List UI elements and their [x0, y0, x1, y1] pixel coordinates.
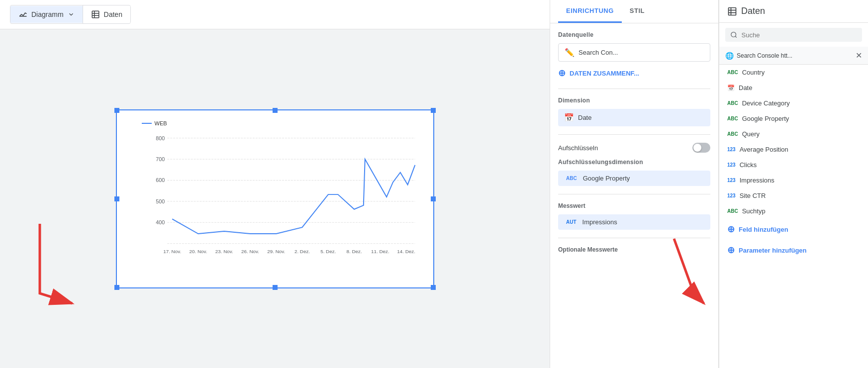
svg-text:17. Nov.: 17. Nov. — [163, 249, 181, 254]
svg-line-33 — [735, 36, 737, 38]
line-chart-svg: 800 700 600 500 400 17. Nov. 20. Nov. 23 — [142, 128, 428, 271]
datasource-tag-inner: 🌐 Search Console htt... — [725, 52, 792, 60]
calendar-icon: 📅 — [564, 113, 574, 122]
divider-3 — [558, 194, 710, 194]
abc-badge-breakdown: ABC — [564, 175, 579, 182]
chart-area: WEB 800 700 — [0, 29, 550, 368]
dimension-chip[interactable]: 📅 Date — [558, 109, 710, 126]
view-tabs: Diagramm Daten — [10, 5, 131, 24]
search-icon — [730, 31, 738, 39]
field-item-clicks[interactable]: 123 Clicks — [719, 157, 868, 173]
field-label-avg-position: Average Position — [740, 146, 788, 153]
config-panel: EINRICHTUNG STIL Datenquelle ✏️ Search C… — [550, 0, 719, 368]
add-plus-icon: ⊕ — [558, 68, 566, 79]
messwert-chip[interactable]: AUT Impressions — [558, 214, 710, 230]
field-label-date: Date — [739, 84, 752, 92]
svg-text:600: 600 — [156, 177, 165, 183]
field-type-clicks: 123 — [727, 162, 736, 168]
close-datasource-icon[interactable]: ✕ — [856, 51, 862, 60]
config-tabs-header: EINRICHTUNG STIL — [550, 0, 718, 23]
field-item-impressions[interactable]: 123 Impressions — [719, 173, 868, 188]
field-item-avg-position[interactable]: 123 Average Position — [719, 142, 868, 157]
svg-text:29. Nov.: 29. Nov. — [267, 249, 285, 254]
right-section: EINRICHTUNG STIL Datenquelle ✏️ Search C… — [550, 0, 868, 368]
app-container: Diagramm Daten — [0, 0, 868, 368]
field-label-suchtyp: Suchtyp — [742, 207, 766, 215]
field-type-google-property: ABC — [727, 116, 738, 121]
svg-rect-1 — [92, 11, 99, 18]
stil-label: STIL — [630, 7, 645, 14]
table-header-icon — [727, 6, 737, 16]
tab-einrichtung[interactable]: EINRICHTUNG — [558, 0, 622, 23]
fields-panel: Daten 🌐 Search Console htt... ✕ — [719, 0, 868, 368]
einrichtung-label: EINRICHTUNG — [566, 7, 614, 14]
divider-2 — [558, 134, 710, 135]
chevron-down-icon — [68, 11, 75, 18]
svg-rect-28 — [729, 7, 736, 15]
datenquelle-label: Datenquelle — [558, 31, 710, 38]
top-view-bar: Diagramm Daten — [0, 0, 550, 29]
add-data-label: DATEN ZUSAMMENF... — [570, 70, 639, 77]
edit-icon: ✏️ — [565, 48, 575, 57]
svg-text:800: 800 — [156, 135, 165, 141]
data-source-row[interactable]: ✏️ Search Con... — [558, 43, 710, 62]
fields-panel-title: Daten — [741, 6, 765, 16]
daten-tab-label: Daten — [104, 10, 122, 18]
chart-container[interactable]: WEB 800 700 — [116, 109, 434, 288]
aufschlusselungsdimension-label: Aufschlüsselungsdimension — [558, 159, 710, 166]
field-label-site-ctr: Site CTR — [740, 192, 766, 199]
datasource-label: Search Console htt... — [737, 52, 792, 59]
tab-daten[interactable]: Daten — [83, 6, 130, 23]
field-item-site-ctr[interactable]: 123 Site CTR — [719, 188, 868, 203]
add-field-label: Feld hinzufügen — [739, 226, 788, 233]
field-type-device-category: ABC — [727, 100, 738, 106]
datasource-tag: 🌐 Search Console htt... ✕ — [719, 47, 868, 65]
tab-diagramm[interactable]: Diagramm — [10, 6, 83, 23]
chart-legend: WEB — [142, 120, 428, 126]
divider-1 — [558, 89, 710, 89]
field-item-device-category[interactable]: ABC Device Category — [719, 95, 868, 111]
add-data-row[interactable]: ⊕ DATEN ZUSAMMENF... — [558, 66, 710, 81]
toggle-row: Aufschlüsseln — [558, 143, 710, 153]
svg-text:500: 500 — [156, 198, 165, 204]
messwert-section-label: Messwert — [558, 202, 710, 209]
field-type-query: ABC — [727, 131, 738, 137]
globe-icon: 🌐 — [725, 52, 734, 60]
messwert-value: Impressions — [582, 218, 617, 226]
add-param-button[interactable]: ⊕ Parameter hinzufügen — [719, 240, 868, 261]
fields-list: ABC Country 📅 Date ABC Device Category A… — [719, 65, 868, 368]
table-icon — [91, 10, 100, 19]
daten-header: Daten — [719, 0, 868, 23]
left-section: Diagramm Daten — [0, 0, 550, 368]
field-label-clicks: Clicks — [740, 161, 757, 169]
num-badge-messwert: AUT — [564, 219, 579, 225]
field-item-suchtyp[interactable]: ABC Suchtyp — [719, 203, 868, 219]
svg-text:14. Dez.: 14. Dez. — [397, 249, 415, 254]
legend-label: WEB — [155, 120, 167, 126]
field-item-country[interactable]: ABC Country — [719, 65, 868, 80]
dimension-value: Date — [578, 114, 591, 121]
dimension-label: Dimension — [558, 97, 710, 104]
field-type-date: 📅 — [727, 85, 735, 92]
field-item-google-property[interactable]: ABC Google Property — [719, 111, 868, 126]
svg-text:8. Dez.: 8. Dez. — [346, 249, 362, 254]
svg-point-32 — [731, 32, 736, 37]
add-field-button[interactable]: ⊕ Feld hinzufügen — [719, 219, 868, 240]
svg-text:400: 400 — [156, 219, 165, 225]
tab-stil[interactable]: STIL — [622, 0, 653, 23]
field-label-country: Country — [742, 69, 765, 76]
breakdown-dim-chip[interactable]: ABC Google Property — [558, 171, 710, 186]
legend-line — [142, 123, 152, 124]
svg-text:20. Nov.: 20. Nov. — [189, 249, 207, 254]
field-item-date[interactable]: 📅 Date — [719, 80, 868, 95]
field-type-country: ABC — [727, 70, 738, 75]
chart-inner: WEB 800 700 — [117, 110, 433, 287]
search-input[interactable] — [742, 31, 857, 39]
aufschluesseln-toggle[interactable] — [692, 143, 710, 153]
add-param-icon: ⊕ — [727, 245, 735, 256]
data-source-name: Search Con... — [579, 49, 618, 56]
field-item-query[interactable]: ABC Query — [719, 126, 868, 142]
field-type-impressions: 123 — [727, 178, 736, 183]
field-type-site-ctr: 123 — [727, 193, 736, 198]
svg-text:5. Dez.: 5. Dez. — [320, 249, 336, 254]
